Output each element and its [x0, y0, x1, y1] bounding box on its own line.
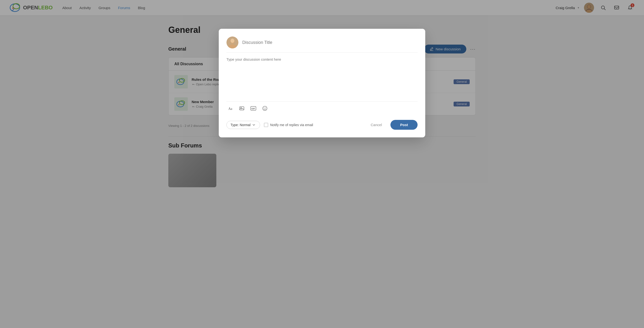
image-upload-icon[interactable]	[238, 105, 246, 112]
modal-user-avatar	[226, 36, 238, 48]
modal-toolbar: Aa GIF	[226, 101, 418, 115]
svg-point-29	[263, 106, 267, 111]
post-button[interactable]: Post	[390, 120, 418, 130]
notify-label: Notify me of replies via email	[270, 123, 313, 127]
dropdown-chevron-icon	[252, 124, 255, 126]
cancel-button[interactable]: Cancel	[366, 120, 387, 129]
svg-point-30	[264, 108, 264, 108]
svg-rect-25	[240, 107, 244, 110]
new-discussion-modal: Aa GIF	[219, 29, 425, 137]
modal-overlay[interactable]: Aa GIF	[0, 0, 644, 328]
svg-point-23	[230, 39, 234, 43]
text-format-icon[interactable]: Aa	[226, 105, 234, 112]
modal-body	[226, 57, 418, 97]
svg-point-31	[265, 108, 266, 108]
notify-row: Notify me of replies via email	[264, 123, 362, 127]
type-select[interactable]: Type: Normal	[226, 121, 260, 129]
modal-header-row	[226, 36, 418, 52]
modal-footer: Type: Normal Notify me of replies via em…	[226, 120, 418, 130]
notify-checkbox[interactable]	[264, 123, 268, 127]
modal-avatar-image	[226, 36, 238, 48]
gif-icon[interactable]: GIF	[250, 105, 257, 112]
discussion-title-input[interactable]	[242, 40, 418, 45]
svg-text:Aa: Aa	[228, 107, 232, 111]
svg-text:GIF: GIF	[252, 107, 255, 110]
emoji-icon[interactable]	[261, 105, 269, 112]
discussion-content-input[interactable]	[226, 57, 418, 96]
